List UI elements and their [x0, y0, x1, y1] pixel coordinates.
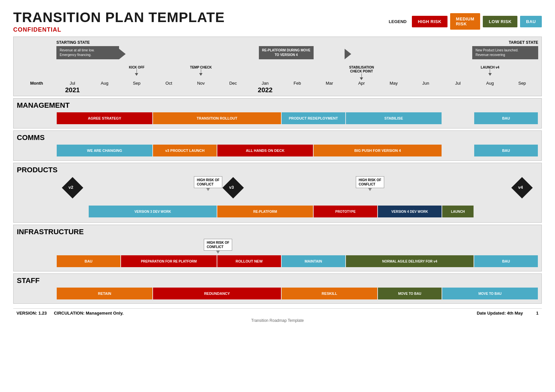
header: TRANSITION PLAN TEMPLATE CONFIDENTIAL LE…	[13, 10, 542, 33]
year-col4	[153, 86, 185, 94]
footer-right: Date Updated: 4th May 1	[477, 311, 539, 316]
year-2022: 2022	[249, 86, 281, 94]
month-nov: Nov	[185, 81, 217, 86]
bar-normal-agile: NORMAL AGILE DELIVERY FOR v4	[346, 255, 474, 267]
page-subtitle: Transition Roadmap Template	[13, 318, 542, 323]
infra-bars: BAU PREPARATION FOR RE PLATFORM ROLLOUT …	[17, 255, 538, 268]
diamond-v4-label: v4	[518, 185, 523, 190]
month-feb: Feb	[281, 81, 313, 86]
bar-prep-replatform: PREPARATION FOR RE PLATFORM	[121, 255, 217, 267]
staff-section: STAFF RETAIN REDUNDANCY RESKILL MOVE TO …	[13, 273, 542, 304]
bar-we-are-changing: WE ARE CHANGING	[57, 145, 152, 156]
tempcheck-line	[201, 69, 201, 73]
state-boxes-row: Revenue at all time low.Emergency financ…	[56, 46, 538, 64]
month-sep: Sep	[121, 81, 153, 86]
kickoff-col: KICK OFF	[121, 66, 153, 80]
infra-conflict-arrow	[216, 250, 220, 254]
products-title: PRODUCTS	[17, 166, 538, 174]
month-sep2: Sep	[506, 81, 538, 86]
bar-v3-dev-work: VERSION 3 DEV WORK	[89, 206, 217, 217]
col-aug	[88, 66, 120, 80]
month-dec: Dec	[217, 81, 249, 86]
bar-infra-bau-start: BAU	[57, 255, 120, 267]
month-may: May	[378, 81, 410, 86]
confidential-label: CONFIDENTIAL	[13, 26, 225, 33]
starting-state-arrow	[119, 49, 126, 59]
year-col5	[185, 86, 217, 94]
comms-title: COMMS	[17, 133, 538, 142]
replatform-box: RE-PLATFORM DURING MOVETO VERSION 4	[259, 46, 314, 59]
footer-circulation: CIRCULATION: Management Only.	[54, 311, 123, 316]
products-section: PRODUCTS HIGH RISK OFCONFLICT HIGH RISK …	[13, 163, 542, 223]
month-jul2: Jul	[442, 81, 474, 86]
month-jun: Jun	[410, 81, 442, 86]
management-section: MANAGEMENT AGREE STRATEGY TRANSITION ROL…	[13, 98, 542, 128]
year-col13	[442, 86, 474, 94]
starting-state-box: Revenue at all time low.Emergency financ…	[56, 46, 119, 59]
infra-conflict-callout: HIGH RISK OFCONFLICT	[204, 239, 232, 251]
bar-product-redeployment: PRODUCT REDEPLOYMENT	[282, 112, 345, 124]
stabilisation-line	[361, 73, 362, 77]
bar-launch: LAUNCH	[442, 206, 474, 217]
bar-move-to-bau-blue: MOVE TO BAU	[442, 288, 538, 299]
stabilisation-arrow	[360, 77, 363, 80]
month-apr: Apr	[346, 81, 378, 86]
comms-section: COMMS WE ARE CHANGING v3 PRODUCT LAUNCH …	[13, 130, 542, 161]
month-aug2: Aug	[474, 81, 506, 86]
legend-medium-risk: MEDIUMRISK	[450, 13, 480, 30]
year-col2	[88, 86, 120, 94]
year-col8	[281, 86, 313, 94]
months-row: Month Jul Aug Sep Oct Nov Dec Jan Feb Ma…	[17, 81, 538, 86]
bar-v4-dev-work: VERSION 4 DEV WORK	[378, 206, 442, 217]
infrastructure-title: INFRASTRUCTURE	[17, 228, 538, 236]
callout-right-conflict: HIGH RISK OFCONFLICT	[356, 176, 384, 188]
timeline-header-section: STARTING STATE TARGET STATE Revenue at a…	[13, 37, 542, 96]
staff-bars: RETAIN REDUNDANCY RESKILL MOVE TO BAU MO…	[17, 287, 538, 300]
kickoff-label: KICK OFF	[121, 66, 153, 69]
bar-rollout-new: ROLLOUT NEW	[217, 255, 281, 267]
bar-all-hands: ALL HANDS ON DECK	[217, 145, 313, 156]
bar-agree-strategy: AGREE STRATEGY	[57, 112, 152, 124]
management-bars: AGREE STRATEGY TRANSITION ROLLOUT PRODUC…	[17, 112, 538, 125]
bar-v3-product-launch: v3 PRODUCT LAUNCH	[153, 145, 217, 156]
management-title: MANAGEMENT	[17, 101, 538, 110]
starting-state-label: STARTING STATE	[56, 40, 90, 45]
col-oct	[153, 66, 185, 80]
col-jul2	[442, 66, 474, 80]
bar-reskill: RESKILL	[282, 288, 377, 299]
callout-right-arrow	[368, 188, 372, 191]
tempcheck-col: TEMP CHECK	[185, 66, 217, 80]
col-jun	[410, 66, 442, 80]
bar-prototype: PROTOTYPE	[314, 206, 377, 217]
main-title: TRANSITION PLAN TEMPLATE	[13, 10, 225, 25]
year-col14	[474, 86, 506, 94]
legend-block: LEGEND HIGH RISK MEDIUMRISK LOW RISK BAU	[389, 13, 542, 30]
launchv4-arrow	[488, 73, 492, 76]
kickoff-arrow	[135, 73, 138, 76]
diamond-v3-label: v3	[229, 185, 234, 190]
year-col15	[506, 86, 538, 94]
year-col9	[313, 86, 345, 94]
year-2021: 2021	[56, 86, 88, 94]
replatform-arrow	[345, 49, 351, 59]
bar-big-push: BIG PUSH FOR VERSION 4	[314, 145, 442, 156]
col-feb	[281, 66, 313, 80]
bar-maintain: MAINTAIN	[282, 255, 345, 267]
year-col12	[410, 86, 442, 94]
year-col3	[121, 86, 153, 94]
target-state-label: TARGET STATE	[509, 40, 538, 45]
year-label-empty	[17, 66, 56, 80]
month-jan: Jan	[249, 81, 281, 86]
col-jul	[56, 66, 88, 80]
bar-move-to-bau-green: MOVE TO BAU	[378, 288, 442, 299]
month-header: Month	[17, 81, 56, 86]
legend-label: LEGEND	[389, 19, 407, 24]
footer-version: VERSION: 1.23 CIRCULATION: Management On…	[16, 311, 124, 316]
footer: VERSION: 1.23 CIRCULATION: Management On…	[13, 308, 542, 316]
col-sep	[506, 66, 538, 80]
year-row: KICK OFF TEMP CHECK STABILISATIONCHECK P…	[17, 66, 538, 80]
launchv4-col: LAUNCH v4	[474, 66, 506, 80]
bar-comms-bau: BAU	[474, 145, 538, 156]
bar-retain: RETAIN	[57, 288, 152, 299]
col-may	[378, 66, 410, 80]
